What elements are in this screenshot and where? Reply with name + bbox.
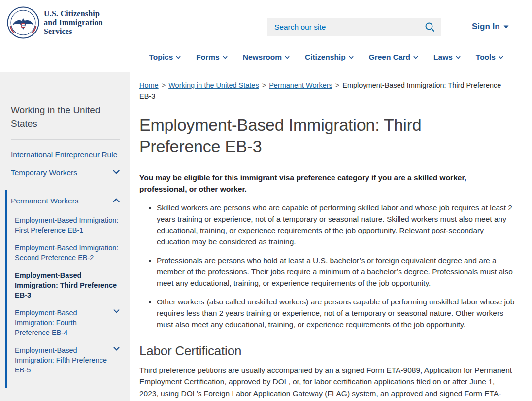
nav-label: Tools [476, 53, 496, 62]
sidebar-item-eb3-current[interactable]: Employment-Based Immigration: Third Pref… [15, 270, 120, 300]
main-content: Home>Working in the United States>Perman… [139, 72, 515, 401]
list-item-other-workers: Other workers (also called unskilled wor… [157, 297, 515, 331]
sidebar-item-permanent-workers[interactable]: Permanent Workers [11, 196, 120, 206]
sidebar-item-label: Employment-Based Immigration: Fourth Pre… [15, 308, 110, 337]
search-input[interactable] [267, 23, 423, 32]
dhs-seal-icon [7, 6, 39, 39]
page-title: Employment-Based Immigration: Third Pref… [139, 114, 479, 157]
sidebar-group-permanent-workers: Permanent Workers Employment-Based Immig… [5, 190, 120, 388]
logo-line-3: Services [44, 27, 103, 36]
chevron-down-icon [113, 170, 120, 174]
chevron-down-icon [349, 56, 354, 59]
nav-item-topics[interactable]: Topics [149, 53, 181, 62]
labor-certification-paragraph: Third preference petitions are usually a… [139, 365, 515, 401]
nav-item-tools[interactable]: Tools [476, 53, 503, 62]
sidebar-item-label: Employment-Based Immigration: Fifth Pref… [15, 345, 110, 375]
sidebar-item-eb5[interactable]: Employment-Based Immigration: Fifth Pref… [15, 345, 120, 375]
nav-item-forms[interactable]: Forms [196, 53, 227, 62]
breadcrumb-separator: > [335, 81, 339, 89]
sidebar-item-eb1[interactable]: Employment-Based Immigration: First Pref… [15, 215, 120, 235]
sidebar-divider [11, 139, 120, 140]
main-nav: Topics Forms Newsroom Citizenship Green … [149, 53, 503, 62]
nav-label: Forms [196, 53, 219, 62]
breadcrumb: Home>Working in the United States>Perman… [139, 80, 515, 102]
nav-label: Topics [149, 53, 173, 62]
intro-paragraph: You may be eligible for this immigrant v… [139, 172, 515, 195]
nav-label: Citizenship [305, 53, 346, 62]
sidebar-item-international-entrepreneur-rule[interactable]: International Entrepreneur Rule [11, 150, 120, 160]
chevron-down-icon [113, 309, 120, 313]
nav-item-green-card[interactable]: Green Card [369, 53, 418, 62]
chevron-down-icon [413, 56, 418, 59]
sidebar-item-label: Permanent Workers [11, 196, 79, 206]
nav-item-laws[interactable]: Laws [433, 53, 461, 62]
sign-in-button[interactable]: Sign In [472, 22, 509, 32]
sign-in-label: Sign In [472, 22, 500, 32]
nav-label: Laws [433, 53, 453, 62]
search-icon [425, 22, 435, 32]
sidebar-item-label: Employment-Based Immigration: First Pref… [15, 215, 120, 235]
search-box [267, 18, 441, 36]
breadcrumb-link-working-in-us[interactable]: Working in the United States [168, 81, 259, 89]
chevron-down-icon [113, 347, 120, 351]
breadcrumb-link-permanent-workers[interactable]: Permanent Workers [269, 81, 332, 89]
paragraph-text: Third preference petitions are usually a… [139, 366, 512, 401]
sidebar: Working in the United States Internation… [0, 72, 130, 401]
chevron-down-icon [176, 56, 181, 59]
sidebar-item-temporary-workers[interactable]: Temporary Workers [11, 168, 120, 178]
breadcrumb-separator: > [262, 81, 266, 89]
sidebar-heading: Working in the United States [11, 104, 120, 131]
search-button[interactable] [423, 22, 441, 32]
chevron-down-icon [456, 56, 461, 59]
chevron-down-icon [285, 56, 290, 59]
eligibility-list: Skilled workers are persons who are capa… [139, 202, 515, 330]
labor-certification-heading: Labor Certification [139, 343, 515, 359]
breadcrumb-separator: > [162, 81, 166, 89]
chevron-down-icon [499, 56, 503, 59]
uscis-logo-text: U.S. Citizenship and Immigration Service… [44, 9, 103, 36]
nav-item-citizenship[interactable]: Citizenship [305, 53, 354, 62]
list-item-professionals: Professionals are persons who hold at le… [157, 255, 515, 289]
caret-down-icon [503, 25, 509, 29]
sidebar-item-label: Employment-Based Immigration: Second Pre… [15, 243, 120, 263]
uscis-logo[interactable]: U.S. Citizenship and Immigration Service… [7, 6, 103, 39]
logo-line-1: U.S. Citizenship [44, 9, 103, 18]
chevron-down-icon [223, 56, 228, 59]
chevron-up-icon [113, 198, 120, 202]
header-divider [452, 20, 452, 35]
breadcrumb-link-home[interactable]: Home [139, 81, 159, 89]
nav-label: Green Card [369, 53, 410, 62]
nav-item-newsroom[interactable]: Newsroom [243, 53, 290, 62]
sidebar-item-label: Temporary Workers [11, 168, 77, 178]
sidebar-sublist-permanent-workers: Employment-Based Immigration: First Pref… [15, 215, 120, 375]
sidebar-item-eb2[interactable]: Employment-Based Immigration: Second Pre… [15, 243, 120, 263]
list-item-skilled-workers: Skilled workers are persons who are capa… [157, 202, 515, 248]
sidebar-item-label: Employment-Based Immigration: Third Pref… [15, 270, 120, 300]
logo-line-2: and Immigration [44, 18, 103, 27]
uscis-page: U.S. Citizenship and Immigration Service… [0, 0, 532, 401]
nav-label: Newsroom [243, 53, 282, 62]
sidebar-item-label: International Entrepreneur Rule [11, 150, 117, 160]
site-header: U.S. Citizenship and Immigration Service… [0, 0, 532, 72]
sidebar-item-eb4[interactable]: Employment-Based Immigration: Fourth Pre… [15, 308, 120, 337]
